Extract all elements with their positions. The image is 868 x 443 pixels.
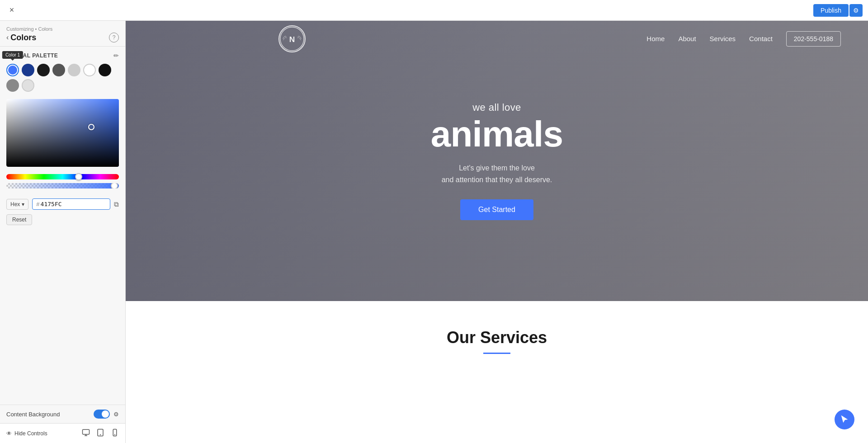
hex-label: Hex [10,201,20,207]
hue-slider[interactable] [6,174,119,179]
publish-settings-button[interactable]: ⚙ [849,4,863,17]
preview-area: N Home About Services Contact [126,21,868,443]
hex-input-wrapper: # [32,198,110,210]
color-swatch-1[interactable] [6,64,19,76]
color-picker-area[interactable] [6,99,119,167]
color-swatch-4[interactable] [52,64,65,76]
chevron-down-icon: ▾ [22,201,24,207]
hex-area: Hex ▾ # ⧉ [0,196,125,212]
site-logo: N [278,25,306,52]
close-button[interactable]: × [5,4,18,17]
hero-title: animals [431,115,563,153]
svg-rect-0 [83,429,90,434]
sidebar-footer: 👁 Hide Controls [0,423,125,443]
help-button[interactable]: ? [109,33,119,42]
color-swatch-5[interactable] [68,64,80,76]
hero-subtitle: we all love [431,102,563,113]
color-swatch-3[interactable] [37,64,50,76]
desktop-view-button[interactable] [82,429,90,438]
nav-phone[interactable]: 202-555-0188 [786,31,841,47]
color-swatch-6[interactable] [83,64,96,76]
sidebar-title: Colors [10,33,109,42]
hex-format-button[interactable]: Hex ▾ [6,199,28,210]
reset-button[interactable]: Reset [6,214,32,225]
website-preview: N Home About Services Contact [126,21,868,372]
back-button[interactable]: ‹ [6,33,10,42]
sliders-area [0,170,125,196]
services-divider [483,353,510,354]
toggle-knob [102,410,109,418]
hide-controls-button[interactable]: 👁 Hide Controls [6,430,47,437]
color-swatch-8[interactable] [6,79,19,92]
nav-home[interactable]: Home [646,35,665,42]
nav-contact[interactable]: Contact [749,35,773,42]
publish-button[interactable]: Publish [813,4,849,17]
reset-area: Reset [0,212,125,231]
svg-text:N: N [289,35,295,44]
color-swatch-2[interactable] [22,64,34,76]
site-nav: N Home About Services Contact [251,21,868,57]
hero-section: N Home About Services Contact [126,21,868,301]
mobile-view-button[interactable] [111,429,119,438]
color-swatch-9[interactable] [22,79,34,92]
alpha-slider[interactable] [6,183,119,189]
cursor-indicator [835,410,854,429]
hero-description: Let's give them the love and attention t… [431,162,563,185]
hero-cta-button[interactable]: Get Started [460,199,533,220]
alpha-slider-handle[interactable] [111,183,118,189]
nav-links: Home About Services Contact 202-555-0188 [646,35,841,43]
content-background-row: Content Background ⚙ [0,405,125,423]
color-swatch-7[interactable] [99,64,111,76]
palette-title: Global Palette [6,52,58,59]
copy-button[interactable]: ⧉ [114,200,119,208]
hex-input[interactable] [41,201,77,207]
hue-slider-row [6,174,119,179]
top-bar: × Publish ⚙ [0,0,868,21]
palette-section: Global Palette ✏ Color 1 [0,47,125,95]
alpha-gradient [6,183,119,189]
palette-edit-button[interactable]: ✏ [113,52,119,59]
services-section: Our Services [126,301,868,372]
sidebar: Customizing • Colors ‹ Colors ? Global P… [0,21,126,443]
eye-icon: 👁 [6,430,12,437]
content-background-label: Content Background [6,411,60,418]
sidebar-header: Customizing • Colors ‹ Colors ? [0,21,125,47]
gradient-dark [6,99,119,167]
footer-device-icons [82,429,119,438]
color-swatches: Color 1 [6,64,119,92]
tablet-view-button[interactable] [96,429,104,438]
hero-content: we all love animals Let's give them the … [431,102,563,220]
hex-hash: # [36,201,39,207]
nav-about[interactable]: About [678,35,696,42]
hue-slider-handle[interactable] [75,173,82,180]
content-background-toggle[interactable] [94,410,110,419]
alpha-slider-row [6,183,119,189]
color-gradient[interactable] [6,99,119,167]
content-background-settings[interactable]: ⚙ [113,411,119,418]
services-title: Our Services [144,328,850,347]
breadcrumb: Customizing • Colors [6,26,119,32]
nav-services[interactable]: Services [710,35,736,42]
hide-controls-label: Hide Controls [14,430,47,437]
main-layout: Customizing • Colors ‹ Colors ? Global P… [0,21,868,443]
